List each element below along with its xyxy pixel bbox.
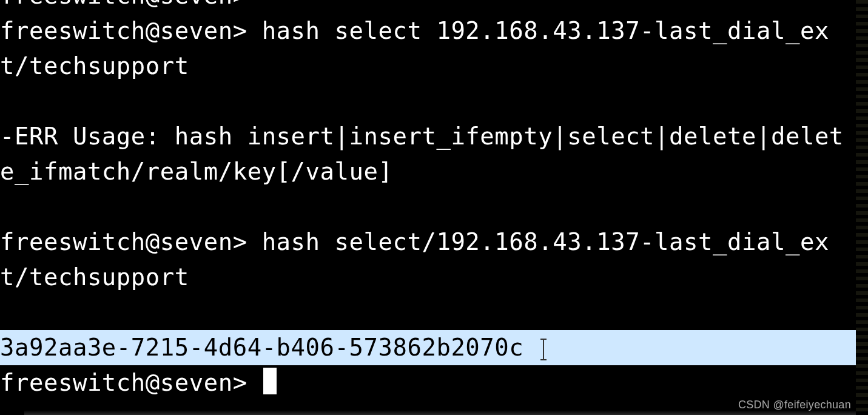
terminal-blank-line <box>0 295 856 330</box>
terminal-blank-line <box>0 189 856 224</box>
terminal-line: freeswitch@seven> hash select/192.168.43… <box>0 224 856 295</box>
terminal-line: -ERR Usage: hash insert|insert_ifempty|s… <box>0 119 856 189</box>
terminal-line: freeswitch@seven> hash select 192.168.43… <box>0 13 856 84</box>
csdn-watermark: CSDN @feifeiyechuan <box>738 399 851 411</box>
terminal-highlighted-line[interactable]: 3a92aa3e-7215-4d64-b406-573862b2070c <box>0 330 856 365</box>
terminal-prompt[interactable]: freeswitch@seven> <box>0 365 856 400</box>
right-scroll-strip <box>856 0 868 415</box>
block-cursor-icon <box>263 368 277 394</box>
bottom-shadow <box>24 410 856 415</box>
terminal-line: freeswitch@seven> <box>0 0 856 13</box>
terminal-blank-line <box>0 84 856 119</box>
text-caret-icon <box>538 337 549 362</box>
terminal-output[interactable]: freeswitch@seven>freeswitch@seven> hash … <box>0 0 856 393</box>
